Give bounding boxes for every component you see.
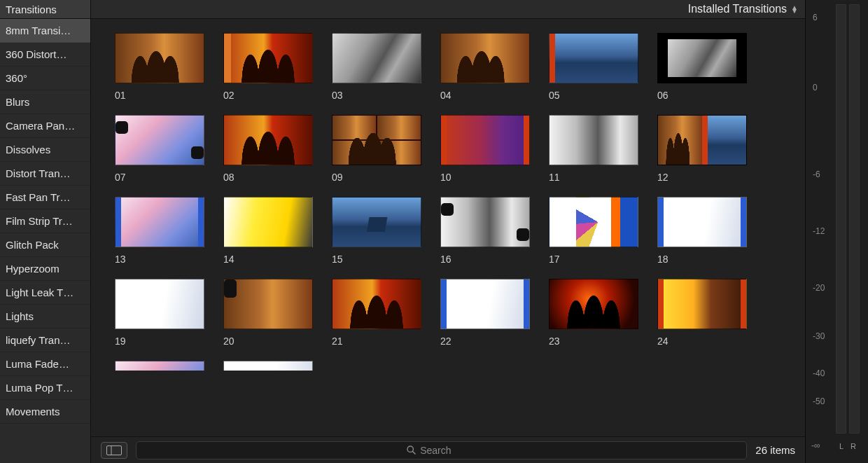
thumbnail-cell[interactable]: 08 xyxy=(223,115,313,183)
thumbnail-label: 23 xyxy=(549,336,638,347)
thumbnail-label: 16 xyxy=(440,254,530,265)
thumbnail-label: 17 xyxy=(549,254,638,265)
thumbnail-cell[interactable]: 22 xyxy=(440,279,530,347)
meter-tick-label: -40 xyxy=(813,368,825,378)
thumbnail-cell[interactable]: 03 xyxy=(332,33,421,101)
thumbnail-label: 03 xyxy=(332,90,421,101)
thumbnail-image xyxy=(657,279,747,329)
meter-tick-label: -6 xyxy=(813,170,820,179)
thumbnail-label: 20 xyxy=(223,336,313,347)
thumbnail-cell[interactable]: 04 xyxy=(440,33,530,101)
thumbnail-cell[interactable]: 19 xyxy=(115,279,204,347)
thumbnail-image xyxy=(440,279,530,329)
thumbnail-cell[interactable]: 12 xyxy=(657,115,747,183)
layout-toggle-button[interactable] xyxy=(101,442,127,459)
thumbnail-image xyxy=(223,33,313,83)
thumbnail-image xyxy=(549,197,638,247)
sidebar-item[interactable]: Light Leak T… xyxy=(0,281,90,305)
meter-channel-labels: L R xyxy=(836,442,860,450)
sidebar-item[interactable]: 8mm Transi… xyxy=(0,19,90,43)
thumbnail-cell[interactable]: 18 xyxy=(657,197,747,265)
thumbnail-cell-peek[interactable] xyxy=(115,361,204,371)
thumbnail-image xyxy=(223,115,313,165)
thumbnail-label: 06 xyxy=(657,90,747,101)
thumbnail-label: 21 xyxy=(332,336,421,347)
main-panel: Installed Transitions ▲▼ 010203040506070… xyxy=(91,0,805,463)
thumbnail-cell[interactable]: 17 xyxy=(549,197,638,265)
sidebar-item[interactable]: Glitch Pack xyxy=(0,233,90,257)
item-count-label: 26 items xyxy=(755,444,795,456)
thumbnail-cell[interactable]: 21 xyxy=(332,279,421,347)
thumbnail-cell[interactable]: 14 xyxy=(223,197,313,265)
thumbnail-label: 02 xyxy=(223,90,313,101)
sidebar-item[interactable]: Fast Pan Tr… xyxy=(0,186,90,209)
meter-tick-label: -50 xyxy=(813,396,825,406)
thumbnail-cell[interactable]: 15 xyxy=(332,197,421,265)
search-field[interactable] xyxy=(136,441,747,459)
thumbnail-cell[interactable]: 16 xyxy=(440,197,530,265)
meter-tick-label: 0 xyxy=(813,83,818,92)
thumbnail-label: 18 xyxy=(657,254,747,265)
thumbnail-cell[interactable]: 02 xyxy=(223,33,313,101)
sidebar-item[interactable]: Luma Pop T… xyxy=(0,376,90,400)
thumbnail-image xyxy=(332,279,421,329)
thumbnail-label: 24 xyxy=(657,336,747,347)
thumbnail-image xyxy=(549,115,638,165)
sidebar-item[interactable]: Camera Pan… xyxy=(0,114,90,138)
sidebar-item[interactable]: Dissolves xyxy=(0,138,90,162)
thumbnail-cell[interactable]: 06 xyxy=(657,33,747,101)
sidebar: Transitions 8mm Transi…360 Distort…360°B… xyxy=(0,0,91,463)
search-icon xyxy=(407,445,416,455)
thumbnail-image xyxy=(115,33,204,83)
grid-scroll[interactable]: 0102030405060708091011121314151617181920… xyxy=(91,19,805,436)
thumbnail-image xyxy=(223,197,313,247)
thumbnail-cell[interactable]: 20 xyxy=(223,279,313,347)
meter-right-label: R xyxy=(850,442,856,450)
search-input[interactable] xyxy=(420,445,476,456)
thumbnail-label: 12 xyxy=(657,172,747,183)
thumbnail-cell[interactable]: 24 xyxy=(657,279,747,347)
thumbnail-cell-peek[interactable] xyxy=(223,361,313,371)
meter-bar-left xyxy=(836,4,846,434)
sidebar-item[interactable]: Film Strip Tr… xyxy=(0,209,90,233)
thumbnail-cell[interactable]: 05 xyxy=(549,33,638,101)
svg-line-3 xyxy=(412,451,415,454)
sidebar-item[interactable]: Distort Tran… xyxy=(0,162,90,186)
thumbnail-cell[interactable]: 10 xyxy=(440,115,530,183)
meter-left-label: L xyxy=(839,442,844,450)
sidebar-item[interactable]: liquefy Tran… xyxy=(0,329,90,352)
sidebar-item[interactable]: Blurs xyxy=(0,90,90,114)
thumbnail-image xyxy=(440,197,530,247)
sidebar-item[interactable]: Movements xyxy=(0,400,90,424)
thumbnail-image xyxy=(440,115,530,165)
meter-tick-label: -30 xyxy=(813,331,825,341)
sidebar-item[interactable]: Hyperzoom xyxy=(0,257,90,281)
thumbnail-cell[interactable]: 23 xyxy=(549,279,638,347)
sidebar-item[interactable]: 360° xyxy=(0,67,90,90)
meter-tick-label: 6 xyxy=(813,13,818,22)
app-root: Transitions 8mm Transi…360 Distort…360°B… xyxy=(0,0,868,463)
meter-tick-label: -12 xyxy=(813,226,825,236)
thumbnail-image xyxy=(549,33,638,83)
meter-infinity-label: -∞ xyxy=(811,441,820,450)
thumbnail-label: 10 xyxy=(440,172,530,183)
chevron-updown-icon: ▲▼ xyxy=(791,6,798,13)
thumbnail-image xyxy=(115,279,204,329)
thumbnail-label: 11 xyxy=(549,172,638,183)
meter-bars xyxy=(836,4,860,434)
thumbnail-cell[interactable]: 09 xyxy=(332,115,421,183)
filter-dropdown[interactable]: Installed Transitions ▲▼ xyxy=(688,3,798,15)
thumbnail-cell[interactable]: 01 xyxy=(115,33,204,101)
thumbnail-cell[interactable]: 13 xyxy=(115,197,204,265)
thumbnail-cell[interactable]: 11 xyxy=(549,115,638,183)
svg-rect-0 xyxy=(107,445,122,455)
thumbnail-cell[interactable]: 07 xyxy=(115,115,204,183)
meter-bar-right xyxy=(849,4,860,434)
thumbnail-label: 01 xyxy=(115,90,204,101)
sidebar-item[interactable]: Lights xyxy=(0,305,90,329)
thumbnail-image xyxy=(657,115,747,165)
thumbnail-image xyxy=(115,197,204,247)
sidebar-item[interactable]: Luma Fade… xyxy=(0,352,90,376)
thumbnail-label: 09 xyxy=(332,172,421,183)
sidebar-item[interactable]: 360 Distort… xyxy=(0,43,90,67)
